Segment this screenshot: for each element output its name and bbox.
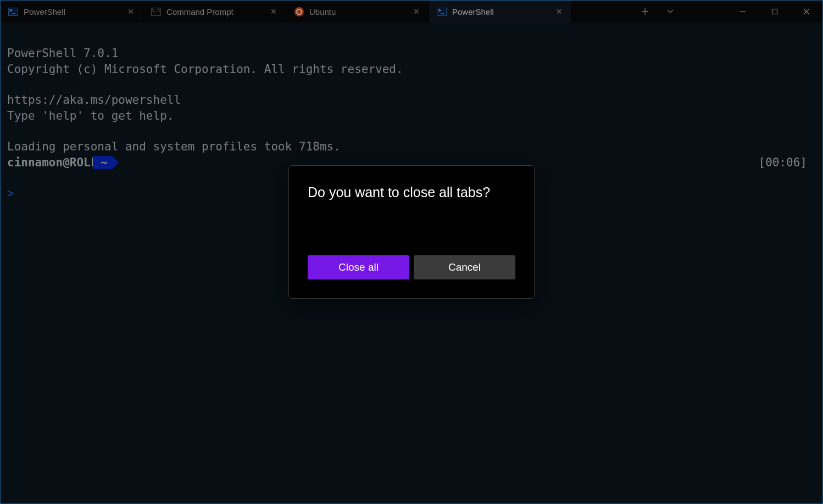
cancel-button[interactable]: Cancel: [414, 255, 515, 279]
close-tabs-dialog: Do you want to close all tabs? Close all…: [288, 165, 535, 299]
dialog-button-row: Close all Cancel: [308, 255, 515, 279]
dialog-title: Do you want to close all tabs?: [308, 184, 515, 200]
close-all-button[interactable]: Close all: [308, 255, 409, 279]
